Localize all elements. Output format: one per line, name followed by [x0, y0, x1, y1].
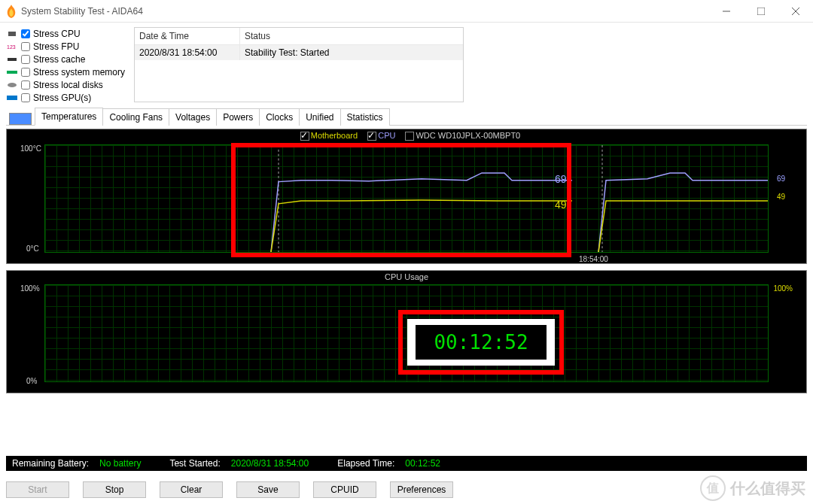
event-log-table: Date & Time Status 2020/8/31 18:54:00 St… — [134, 27, 464, 102]
fpu-icon: 123 — [6, 42, 18, 51]
thumbnail-icon[interactable] — [9, 113, 32, 125]
app-icon — [6, 5, 17, 18]
watermark-circle: 值 — [700, 475, 726, 501]
table-row[interactable]: 2020/8/31 18:54:00 Stability Test: Start… — [135, 45, 463, 60]
col-datetime[interactable]: Date & Time — [135, 28, 240, 44]
svg-text:123: 123 — [7, 44, 16, 50]
cpuid-button[interactable]: CPUID — [313, 481, 376, 498]
minimize-button[interactable] — [709, 0, 744, 23]
col-status[interactable]: Status — [240, 28, 463, 44]
cell-datetime: 2020/8/31 18:54:00 — [135, 45, 240, 60]
cache-icon — [6, 55, 18, 64]
cpu-icon — [6, 29, 18, 38]
window-title: System Stability Test - AIDA64 — [21, 6, 143, 17]
stress-disk-label: Stress local disks — [33, 80, 103, 90]
temp-xtick: 18:54:00 — [579, 255, 608, 263]
stress-options: Stress CPU 123 Stress FPU Stress cache S… — [6, 27, 126, 104]
stop-button[interactable]: Stop — [83, 481, 146, 498]
tab-powers[interactable]: Powers — [216, 108, 260, 126]
tab-cooling-fans[interactable]: Cooling Fans — [102, 108, 169, 126]
stress-mem-row[interactable]: Stress system memory — [6, 65, 126, 78]
svg-rect-9 — [7, 96, 17, 100]
stress-fpu-label: Stress FPU — [33, 41, 79, 52]
svg-rect-6 — [8, 58, 17, 61]
disk-icon — [6, 80, 18, 90]
stress-mem-label: Stress system memory — [33, 67, 125, 77]
maximize-button[interactable] — [744, 0, 778, 23]
battery-label: Remaining Battery: — [12, 458, 89, 469]
clear-button[interactable]: Clear — [160, 481, 223, 498]
stress-cpu-label: Stress CPU — [33, 29, 81, 39]
cell-status: Stability Test: Started — [240, 45, 463, 60]
tab-temperatures[interactable]: Temperatures — [35, 108, 103, 126]
legend-mb-checkbox[interactable] — [300, 132, 309, 141]
tab-voltages[interactable]: Voltages — [169, 108, 217, 126]
stress-disk-checkbox[interactable] — [21, 80, 30, 90]
gpu-icon — [6, 93, 18, 102]
started-value: 2020/8/31 18:54:00 — [225, 458, 315, 469]
tab-statistics[interactable]: Statistics — [340, 108, 390, 126]
preferences-button[interactable]: Preferences — [390, 481, 453, 498]
tab-clocks[interactable]: Clocks — [259, 108, 300, 126]
highlight-box-1 — [231, 143, 571, 257]
table-header: Date & Time Status — [135, 28, 463, 45]
cpu-ymax-l: 100% — [20, 284, 40, 293]
svg-rect-4 — [8, 32, 16, 36]
battery-value: No battery — [93, 458, 147, 469]
legend-wd-checkbox[interactable] — [405, 132, 414, 141]
stress-gpu-label: Stress GPU(s) — [33, 93, 91, 103]
temp-cpu-value-r: 69 — [777, 175, 785, 183]
legend-mb-label: Motherboard — [311, 131, 358, 140]
timer-value: 00:12:52 — [416, 325, 546, 360]
temp-legend: Motherboard CPU WDC WD10JPLX-00MBPT0 — [7, 131, 806, 141]
stress-cache-row[interactable]: Stress cache — [6, 53, 126, 65]
svg-point-8 — [8, 83, 17, 87]
stress-mem-checkbox[interactable] — [21, 68, 30, 77]
save-button[interactable]: Save — [236, 481, 300, 498]
svg-rect-1 — [757, 8, 765, 15]
temperature-chart: Motherboard CPU WDC WD10JPLX-00MBPT0 100… — [6, 129, 807, 264]
cpu-title: CPU Usage — [7, 272, 806, 281]
stress-disk-row[interactable]: Stress local disks — [6, 78, 126, 91]
tab-unified[interactable]: Unified — [299, 108, 340, 126]
tab-bar: Temperatures Cooling Fans Voltages Power… — [6, 107, 807, 126]
svg-rect-7 — [7, 71, 17, 74]
stress-fpu-checkbox[interactable] — [21, 42, 30, 51]
stress-cpu-row[interactable]: Stress CPU — [6, 27, 126, 40]
status-bar: Remaining Battery: No battery Test Start… — [6, 456, 807, 471]
timer-overlay: 00:12:52 — [407, 319, 555, 366]
stress-gpu-row[interactable]: Stress GPU(s) — [6, 91, 126, 104]
stress-gpu-checkbox[interactable] — [21, 93, 30, 102]
watermark: 值 什么值得买 — [700, 475, 805, 501]
elapsed-value: 00:12:52 — [399, 458, 446, 469]
elapsed-label: Elapsed Time: — [337, 458, 394, 469]
temp-mb-value-r: 49 — [777, 193, 785, 201]
app-window: System Stability Test - AIDA64 Stress CP… — [0, 0, 813, 504]
legend-wd-label: WDC WD10JPLX-00MBPT0 — [416, 131, 520, 140]
temp-ymin: 0°C — [26, 244, 39, 253]
stress-fpu-row[interactable]: 123 Stress FPU — [6, 40, 126, 53]
button-bar: Start Stop Clear Save CPUID Preferences — [6, 481, 453, 498]
cpu-ymax-r: 100% — [773, 284, 793, 293]
close-button[interactable] — [778, 0, 813, 23]
titlebar[interactable]: System Stability Test - AIDA64 — [0, 0, 813, 23]
started-label: Test Started: — [169, 458, 220, 469]
watermark-text: 什么值得买 — [730, 478, 805, 499]
highlight-box-2: 00:12:52 — [398, 310, 564, 375]
stress-cpu-checkbox[interactable] — [21, 29, 30, 38]
cpu-usage-chart: CPU Usage 100% 100% 0% 00:12:52 — [6, 270, 807, 393]
memory-icon — [6, 68, 18, 77]
legend-cpu-checkbox[interactable] — [367, 132, 376, 141]
legend-cpu-label: CPU — [378, 131, 395, 140]
cpu-ymin: 0% — [26, 377, 37, 385]
stress-cache-label: Stress cache — [33, 54, 85, 65]
start-button[interactable]: Start — [6, 481, 69, 498]
stress-cache-checkbox[interactable] — [21, 55, 30, 64]
temp-ymax: 100°C — [20, 144, 41, 153]
